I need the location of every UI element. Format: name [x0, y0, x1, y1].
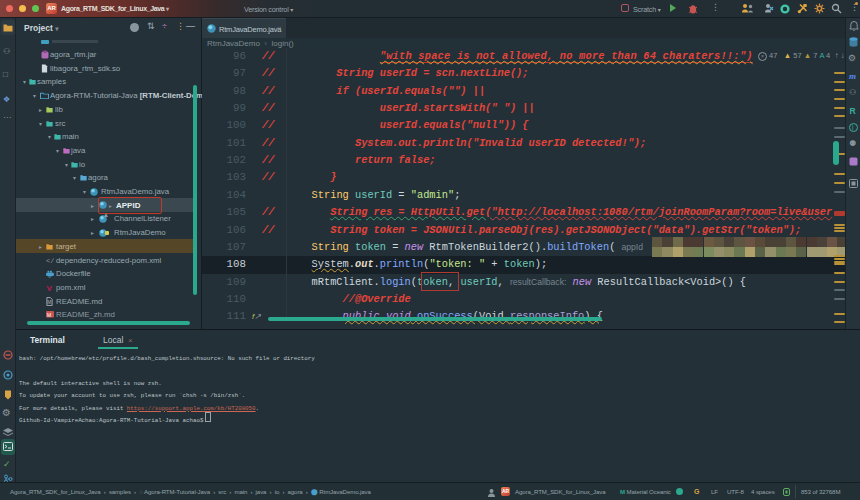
svg-text:M: M	[47, 300, 51, 305]
svg-text:M: M	[47, 311, 51, 317]
svg-text:V: V	[47, 283, 53, 291]
svg-text:i: i	[852, 124, 853, 131]
svg-text:</>: </>	[46, 257, 54, 264]
